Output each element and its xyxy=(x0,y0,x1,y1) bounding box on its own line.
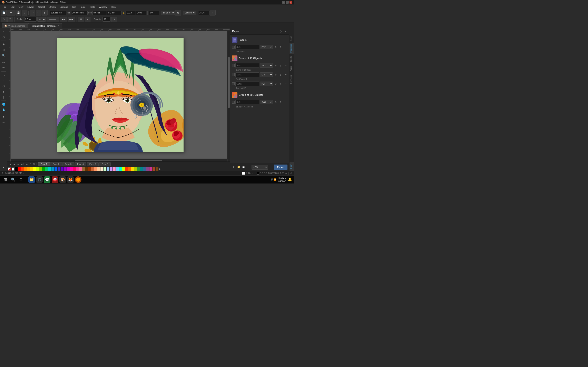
swatch-4[interactable] xyxy=(24,167,27,171)
import-btn[interactable]: ⬇ xyxy=(42,10,48,16)
redo-btn[interactable]: ↪ xyxy=(36,10,42,16)
side-tab-comments[interactable]: Comments xyxy=(290,73,294,86)
side-tab-learn[interactable]: Learn xyxy=(290,34,294,42)
taskbar-taskview-btn[interactable]: ⊡ xyxy=(17,176,24,183)
panel-close-btn[interactable]: ✕ xyxy=(283,30,287,33)
swatch-34[interactable] xyxy=(116,167,119,171)
interactive-tool[interactable]: ✦ xyxy=(1,114,7,119)
group11-jpg-delete-icon[interactable]: 🗑 xyxy=(278,63,283,67)
swatch-18[interactable] xyxy=(67,167,70,171)
swatch-41[interactable] xyxy=(137,167,140,171)
snap-select[interactable]: Snap To xyxy=(161,11,175,15)
taskbar-files-btn[interactable]: 📁 xyxy=(28,176,35,183)
polygon-tool[interactable]: ⬡ xyxy=(1,83,7,89)
undo-btn[interactable]: ↩ xyxy=(30,10,35,16)
swatch-27[interactable] xyxy=(94,167,97,171)
page1-pdf-more-icon[interactable]: ⋯ xyxy=(283,45,287,49)
page-tab-6[interactable]: Page 6 xyxy=(99,162,111,166)
swatch-21[interactable] xyxy=(76,167,79,171)
swatch-25[interactable] xyxy=(88,167,91,171)
menu-layout[interactable]: Layout xyxy=(25,5,36,8)
menu-edit[interactable]: Edit xyxy=(9,5,17,8)
taskbar-chat-btn[interactable]: 💬 xyxy=(44,176,51,183)
page-next-btn[interactable]: ► xyxy=(16,162,20,166)
page-first-btn[interactable]: |◄ xyxy=(8,162,12,166)
parallel-tool[interactable]: ∥ xyxy=(1,94,7,100)
line-style-btn[interactable]: ———— xyxy=(47,17,59,22)
swatch-8[interactable] xyxy=(36,167,39,171)
eyedropper-tool[interactable]: 💧 xyxy=(1,107,7,112)
tab-add-btn[interactable]: + xyxy=(63,24,67,28)
group11-pdf-delete-icon[interactable]: 🗑 xyxy=(278,82,283,86)
tab-welcome[interactable]: 🏠 Welcome Screen xyxy=(2,23,28,28)
swatch-35[interactable] xyxy=(119,167,122,171)
blend-tool[interactable]: ⇌ xyxy=(1,120,7,125)
swatch-7[interactable] xyxy=(33,167,36,171)
node-settings-btn[interactable]: ≡ xyxy=(85,17,90,22)
size-h-input[interactable] xyxy=(107,11,121,15)
snap-settings-btn[interactable]: ⚙ xyxy=(175,10,181,16)
group11-eps-format[interactable]: PDF JPG PNG EPS SVG xyxy=(260,72,273,77)
transform-tool[interactable]: ⊕ xyxy=(1,42,7,47)
fill-tool[interactable]: 🪣 xyxy=(1,101,7,107)
side-tab-export[interactable]: Export xyxy=(290,162,294,171)
group11-eps-checkbox[interactable] xyxy=(232,73,234,76)
swatch-24[interactable] xyxy=(85,167,88,171)
swatch-37[interactable] xyxy=(125,167,128,171)
group11-pdf-format[interactable]: PDF JPG PNG EPS SVG xyxy=(260,82,273,86)
swatch-0[interactable] xyxy=(12,167,15,171)
page-tab-2[interactable]: Page 2 xyxy=(50,162,62,166)
swatch-12[interactable] xyxy=(48,167,51,171)
taskbar-music-btn[interactable]: 🎵 xyxy=(36,176,43,183)
tab-dragon-girl[interactable]: Firman Hatibu – Dragon... ✕ xyxy=(28,23,62,28)
curve-btn[interactable]: ⌒ xyxy=(7,17,13,22)
zoom-tool[interactable]: 🔍 xyxy=(1,53,7,58)
add-node-btn[interactable]: + xyxy=(112,17,117,22)
footer-format-select[interactable]: JPG PDF PNG EPS SVG xyxy=(251,165,268,170)
export-main-btn[interactable]: Export xyxy=(274,165,287,170)
close-btn[interactable]: ✕ xyxy=(290,1,292,4)
swatch-30[interactable] xyxy=(104,167,106,171)
taskbar-notification[interactable]: 🔔 xyxy=(288,178,292,182)
coord-y-input[interactable] xyxy=(71,11,87,15)
group281-svg-settings-icon[interactable]: ⚙ xyxy=(274,100,278,104)
swatch-40[interactable] xyxy=(134,167,137,171)
group11-pdf-checkbox[interactable] xyxy=(232,82,234,85)
coord-x-input[interactable] xyxy=(50,11,66,15)
node-tool[interactable]: ⬡ xyxy=(1,34,7,40)
group11-eps-suffix[interactable] xyxy=(235,72,259,77)
swatch-43[interactable] xyxy=(143,167,146,171)
footer-save-icon[interactable]: 💾 xyxy=(242,165,246,169)
tab-close-icon[interactable]: ✕ xyxy=(58,25,60,27)
menu-help[interactable]: Help xyxy=(109,5,118,8)
new-btn[interactable]: 📄 xyxy=(1,10,7,16)
zoom-in-btn[interactable]: + xyxy=(210,10,216,16)
open-btn[interactable]: ▼ xyxy=(7,10,15,16)
group11-jpg-format[interactable]: PDF JPG PNG EPS SVG xyxy=(260,63,273,68)
swatch-11[interactable] xyxy=(45,167,48,171)
zoom-input[interactable] xyxy=(198,11,209,15)
maximize-btn[interactable]: □ xyxy=(286,1,289,4)
node-grid-btn[interactable]: ⊞ xyxy=(78,17,84,22)
page-tab-3[interactable]: Page 3 xyxy=(62,162,74,166)
palette-scroll-right[interactable]: ▶ xyxy=(159,167,162,171)
page-tab-1[interactable]: Page 1 xyxy=(38,162,50,166)
side-tab-pages[interactable]: Pages xyxy=(290,65,294,73)
swatch-20[interactable] xyxy=(73,167,76,171)
rotation-input[interactable] xyxy=(149,11,159,15)
page-prev-btn[interactable]: ◄ xyxy=(12,162,16,166)
menu-window[interactable]: Window xyxy=(97,5,109,8)
val100-1[interactable] xyxy=(126,11,136,15)
swatch-38[interactable] xyxy=(128,167,131,171)
page1-pdf-settings-icon[interactable]: ⚙ xyxy=(274,45,278,49)
swatch-16[interactable] xyxy=(61,167,63,171)
group11-pdf-more-icon[interactable]: ⋯ xyxy=(283,82,287,86)
swatch-45[interactable] xyxy=(149,167,152,171)
page1-pdf-format[interactable]: PDF JPG PNG EPS SVG xyxy=(260,45,273,49)
start-arrow-btn[interactable]: ◄─ xyxy=(60,17,67,22)
side-tab-objects[interactable]: Objects xyxy=(290,55,294,64)
menu-file[interactable]: File xyxy=(1,5,9,8)
swatch-26[interactable] xyxy=(91,167,94,171)
page1-pdf-suffix[interactable] xyxy=(235,45,259,49)
group281-svg-checkbox[interactable] xyxy=(232,101,234,104)
